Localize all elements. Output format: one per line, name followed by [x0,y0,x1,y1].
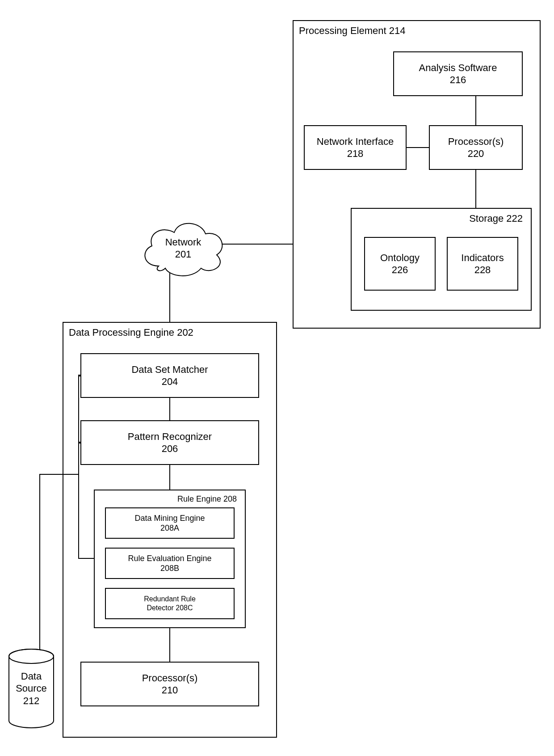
pe-processors-label: Processor(s) [448,135,504,148]
network-interface-box: Network Interface 218 [304,125,407,170]
redundant-rule-detector-box: Redundant Rule Detector 208C [105,588,235,619]
indicators-box: Indicators 228 [447,237,518,291]
dpe-processors-ref: 210 [162,684,178,697]
connector-bus-to-recognizer [78,442,81,443]
connector-matcher-recognizer [169,398,170,420]
indicators-ref: 228 [474,264,491,276]
network-ref: 201 [175,248,192,261]
connector-datasource-horizontal [40,474,79,475]
connector-dpe-to-cloud [169,273,170,322]
network-cloud: Network 201 [138,217,228,279]
ontology-label: Ontology [380,252,420,264]
connector-bus-to-matcher [78,375,81,376]
data-set-matcher-ref: 204 [162,376,178,388]
analysis-software-label: Analysis Software [419,62,497,74]
ontology-box: Ontology 226 [364,237,436,291]
data-mining-engine-box: Data Mining Engine 208A [105,507,235,539]
pattern-recognizer-label: Pattern Recognizer [128,431,212,443]
connector-cloud-to-pe-h [222,244,293,245]
connector-analysis-processors [475,96,476,125]
rule-evaluation-engine-box: Rule Evaluation Engine 208B [105,548,235,579]
dpe-processors-label: Processor(s) [142,672,198,684]
connector-processors-storage [475,170,476,208]
data-source-ref: 212 [23,695,40,707]
pe-processors-ref: 220 [468,148,484,160]
pe-processors-box: Processor(s) 220 [429,125,523,170]
data-mining-engine-label: Data Mining Engine [134,513,205,524]
data-processing-engine-title: Data Processing Engine 202 [69,326,193,339]
network-interface-label: Network Interface [317,135,394,148]
network-interface-ref: 218 [347,148,364,160]
ontology-ref: 226 [392,264,408,276]
data-source-label1: Data [21,670,42,683]
data-mining-engine-ref: 208A [160,523,179,533]
data-source-cylinder: Data Source 212 [7,648,56,729]
data-set-matcher-box: Data Set Matcher 204 [80,353,259,398]
rule-evaluation-engine-label: Rule Evaluation Engine [128,553,211,564]
analysis-software-box: Analysis Software 216 [393,51,523,96]
data-source-label2: Source [16,682,47,695]
connector-bus-to-ruleengine [78,558,95,559]
connector-datasource-bus-vertical [78,376,79,559]
redundant-rule-detector-label: Redundant Rule [144,595,196,604]
redundant-rule-detector-ref: Detector 208C [147,604,193,612]
pattern-recognizer-ref: 206 [162,443,178,455]
data-set-matcher-label: Data Set Matcher [131,363,208,376]
processing-element-title: Processing Element 214 [299,25,405,37]
analysis-software-ref: 216 [450,74,466,86]
rule-engine-title: Rule Engine 208 [177,494,239,504]
dpe-processors-box: Processor(s) 210 [80,662,259,706]
connector-datasource-cyl-vertical [39,474,40,649]
connector-netif-processors [407,147,429,148]
connector-recognizer-ruleengine [169,465,170,490]
connector-cloud-to-pe-v-stub [222,244,223,245]
connector-ruleengine-processors [169,628,170,662]
rule-evaluation-engine-ref: 208B [160,563,179,574]
network-label: Network [165,236,201,249]
pattern-recognizer-box: Pattern Recognizer 206 [80,420,259,465]
storage-title: Storage 222 [469,212,525,225]
indicators-label: Indicators [461,252,504,264]
connector-datasource-join [78,474,79,475]
